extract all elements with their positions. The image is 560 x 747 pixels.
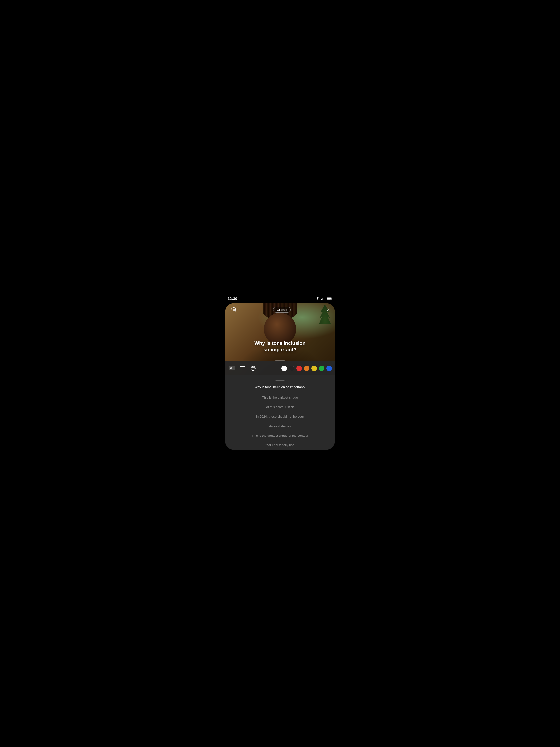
svg-rect-16 (240, 369, 245, 369)
svg-rect-3 (324, 298, 324, 300)
color-orange[interactable] (304, 365, 310, 371)
svg-point-19 (252, 366, 255, 370)
font-icon: A (229, 365, 236, 371)
caption-line-6: that I personally use (230, 440, 330, 450)
status-icons (315, 297, 332, 300)
svg-point-18 (251, 366, 256, 370)
overlay-line2: so important? (263, 347, 296, 352)
caption-line-4: darkest shades (230, 421, 330, 431)
caption-line-2: of this contour stick (230, 403, 330, 412)
trash-button[interactable] (230, 306, 238, 313)
scroll-indicator (330, 315, 331, 340)
caption-title: Why is tone inclusion so important? (255, 385, 305, 389)
caption-line-3: In 2024, these should not be your (230, 412, 330, 421)
video-area: Classic ✓ Why is tone inclusion so impor… (225, 303, 335, 375)
svg-rect-2 (323, 298, 323, 300)
svg-text:A: A (230, 366, 233, 370)
caption-lines: This is the darkest shade of this contou… (230, 393, 330, 450)
color-green[interactable] (319, 365, 324, 371)
confirm-button[interactable]: ✓ (326, 307, 330, 312)
svg-rect-4 (325, 297, 325, 300)
style-badge[interactable]: Classic (273, 307, 291, 313)
caption-line-1: This is the darkest shade (230, 393, 330, 403)
overlay-line1: Why is tone inclusion (255, 340, 305, 346)
svg-rect-14 (240, 366, 245, 367)
cellular-icon (321, 297, 325, 300)
globe-icon (250, 365, 256, 371)
color-black[interactable] (289, 365, 294, 371)
caption-panel: Why is tone inclusion so important? This… (225, 375, 335, 450)
color-blue[interactable] (326, 365, 332, 371)
svg-rect-15 (241, 367, 245, 368)
wifi-icon (315, 297, 320, 300)
phone-screen: Classic ✓ Why is tone inclusion so impor… (225, 303, 335, 450)
time-display: 12:30 (228, 296, 237, 301)
trash-icon (231, 307, 236, 312)
status-bar: 12:30 (220, 294, 340, 303)
align-button[interactable] (239, 364, 247, 372)
panel-drag-handle[interactable] (275, 360, 285, 361)
video-top-bar: Classic ✓ (225, 306, 335, 313)
scroll-thumb (330, 323, 331, 328)
color-white[interactable] (282, 365, 287, 371)
font-button[interactable]: A (228, 364, 236, 372)
color-yellow[interactable] (311, 365, 317, 371)
text-toolbar: A (225, 361, 335, 375)
color-red[interactable] (296, 365, 302, 371)
svg-rect-8 (233, 307, 235, 308)
svg-rect-17 (241, 370, 244, 370)
globe-button[interactable] (249, 364, 257, 372)
video-overlay-text: Why is tone inclusion so important? (225, 340, 335, 353)
svg-rect-1 (321, 299, 322, 300)
align-icon (240, 366, 245, 370)
color-palette (260, 365, 332, 371)
phone-wrapper: 12:30 (220, 294, 340, 453)
caption-line-5: This is the darkest shade of the contour (230, 431, 330, 440)
caption-drag-handle[interactable] (275, 380, 285, 381)
svg-rect-6 (327, 298, 330, 300)
battery-icon (327, 297, 332, 300)
